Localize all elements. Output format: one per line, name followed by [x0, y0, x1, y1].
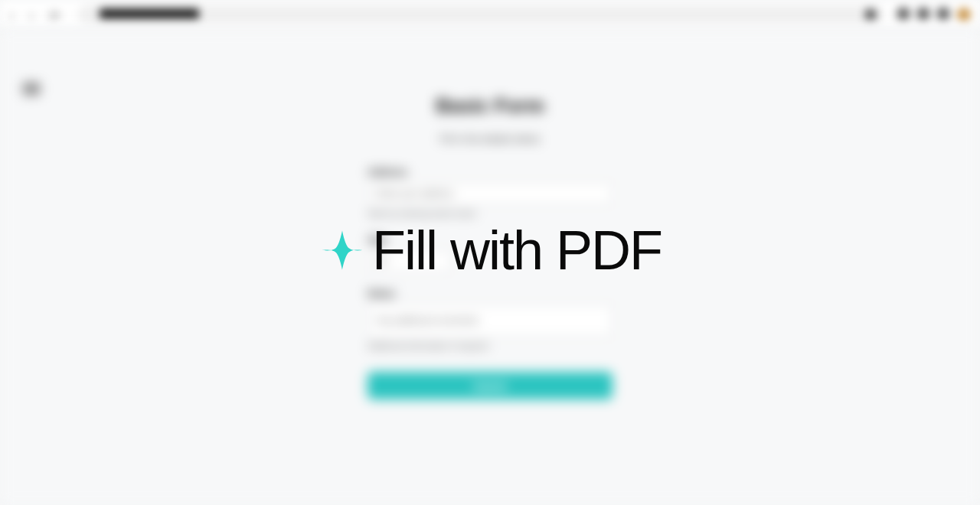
overlay-content[interactable]: Fill with PDF [318, 223, 662, 278]
field-label: Address [368, 166, 612, 178]
extension-icon [897, 8, 910, 20]
url-text-blur [100, 8, 199, 19]
notes-field [368, 304, 612, 337]
url-bar [78, 5, 884, 24]
url-action-blur [865, 9, 876, 20]
form-group: Address Start by entering street name [368, 166, 612, 218]
chrome-right-icons [897, 8, 971, 21]
field-label: Notes [368, 288, 612, 299]
menu-icon [937, 8, 949, 20]
back-icon: ‹ [9, 8, 23, 21]
field-hint: Start by entering street name [368, 209, 612, 218]
address-field [368, 182, 612, 205]
extension-icon [917, 8, 929, 20]
forward-icon: › [29, 8, 43, 21]
reload-icon: ⟳ [49, 8, 63, 21]
sparkle-icon [318, 226, 366, 274]
hamburger-icon [23, 83, 40, 95]
form-subtitle: Fill in the details below [368, 133, 612, 145]
nav-controls: ‹ › ⟳ [9, 8, 63, 21]
browser-chrome: ‹ › ⟳ [0, 0, 980, 29]
submit-button: Submit [368, 372, 612, 399]
avatar [957, 8, 971, 21]
field-hint: Additional information if required [368, 341, 612, 350]
form-title: Basic Form [368, 94, 612, 118]
overlay-text: Fill with PDF [372, 223, 662, 278]
form-group: Notes Additional information if required [368, 288, 612, 350]
